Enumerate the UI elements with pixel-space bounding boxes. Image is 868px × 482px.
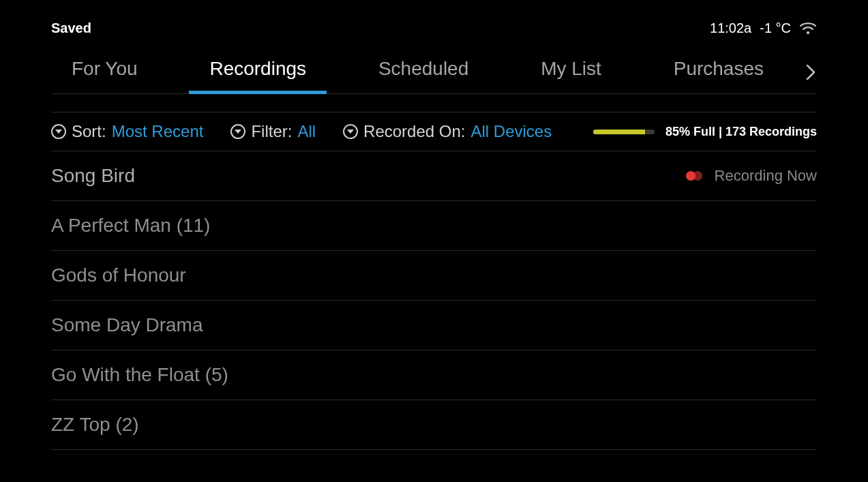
storage-text: 85% Full | 173 Recordings: [665, 125, 817, 139]
tab-purchases[interactable]: Purchases: [653, 51, 784, 93]
dropdown-icon: [51, 124, 66, 139]
recording-now-badge: Recording Now: [686, 167, 817, 185]
page-title: Saved: [51, 20, 91, 36]
recording-icon: [686, 171, 705, 181]
recording-title: Some Day Drama: [51, 314, 203, 336]
svg-point-0: [807, 31, 809, 34]
tab-bar: For You Recordings Scheduled My List Pur…: [51, 51, 817, 94]
filter-value: All: [297, 122, 316, 141]
recording-list: Song Bird Recording Now A Perfect Man (1…: [51, 151, 817, 450]
top-bar: Saved 11:02a -1 °C: [51, 20, 817, 36]
recording-title: Gods of Honour: [51, 265, 186, 286]
recorded-on-dropdown[interactable]: Recorded On: All Devices: [343, 122, 552, 141]
tab-for-you[interactable]: For You: [51, 51, 158, 93]
tab-my-list[interactable]: My List: [520, 51, 622, 93]
status-area: 11:02a -1 °C: [710, 20, 817, 36]
recording-row[interactable]: Song Bird Recording Now: [51, 151, 817, 201]
recording-title: ZZ Top (2): [51, 414, 139, 436]
temperature: -1 °C: [760, 20, 791, 36]
recording-title: Song Bird: [51, 165, 135, 187]
recording-row[interactable]: A Perfect Man (11): [51, 201, 817, 251]
recording-title: Go With the Float (5): [51, 364, 228, 386]
wifi-icon: [799, 22, 817, 35]
sort-value: Most Recent: [112, 122, 204, 141]
recording-row[interactable]: Some Day Drama: [51, 301, 817, 350]
recorded-on-label: Recorded On:: [363, 122, 465, 141]
storage-bar: [593, 130, 655, 134]
recording-row[interactable]: Go With the Float (5): [51, 350, 817, 400]
tabs-scroll-right[interactable]: [805, 63, 817, 82]
tab-scheduled[interactable]: Scheduled: [358, 51, 489, 93]
recording-badge-text: Recording Now: [715, 167, 817, 185]
dropdown-icon: [230, 124, 245, 139]
recording-row[interactable]: ZZ Top (2): [51, 400, 817, 450]
sort-dropdown[interactable]: Sort: Most Recent: [51, 122, 203, 141]
filter-dropdown[interactable]: Filter: All: [230, 122, 316, 141]
tab-recordings[interactable]: Recordings: [189, 51, 327, 93]
recorded-on-value: All Devices: [471, 122, 552, 141]
filter-bar: Sort: Most Recent Filter: All Recorded O…: [51, 112, 817, 151]
sort-label: Sort:: [72, 122, 106, 141]
recording-title: A Perfect Man (11): [51, 215, 210, 237]
filter-label: Filter:: [251, 122, 292, 141]
recording-row[interactable]: Gods of Honour: [51, 251, 817, 301]
clock: 11:02a: [710, 20, 751, 36]
dropdown-icon: [343, 124, 358, 139]
storage-bar-fill: [593, 130, 646, 134]
